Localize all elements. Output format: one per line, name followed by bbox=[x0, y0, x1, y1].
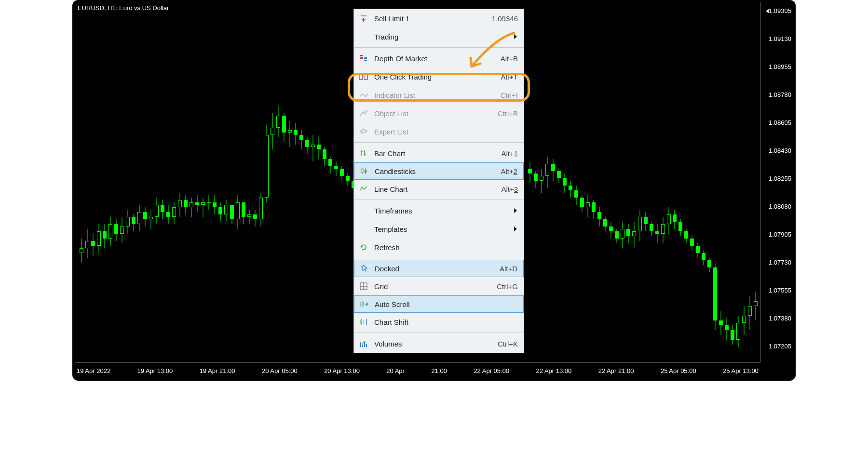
menu-trading[interactable]: Trading bbox=[354, 27, 524, 46]
depth-icon bbox=[358, 53, 369, 64]
svg-rect-3 bbox=[360, 57, 363, 59]
menu-label: Bar Chart bbox=[374, 149, 501, 158]
menu-shortcut: Alt+3 bbox=[501, 185, 518, 193]
menu-line-chart[interactable]: Line Chart Alt+3 bbox=[354, 180, 524, 198]
menu-shortcut: Alt+2 bbox=[501, 167, 517, 175]
chart-window: EURUSD, H1: Euro vs US Dollar 1.093051.0… bbox=[72, 0, 796, 381]
menu-label: Depth Of Market bbox=[374, 54, 501, 63]
menu-label: Refresh bbox=[374, 243, 518, 252]
menu-indicator-list[interactable]: Indicator List Ctrl+I bbox=[354, 86, 524, 104]
menu-label: Indicator List bbox=[374, 91, 501, 99]
svg-rect-13 bbox=[361, 169, 363, 173]
chart-title: EURUSD, H1: Euro vs US Dollar bbox=[78, 4, 169, 12]
menu-separator bbox=[354, 333, 524, 333]
menu-label: Templates bbox=[374, 225, 518, 233]
menu-value: 1.09346 bbox=[492, 14, 518, 23]
menu-expert-list[interactable]: Expert List bbox=[354, 122, 524, 141]
menu-separator bbox=[354, 142, 524, 143]
menu-label: Trading bbox=[374, 33, 518, 41]
bar-chart-icon bbox=[358, 147, 369, 159]
menu-label: Object List bbox=[374, 109, 498, 118]
line-chart-icon bbox=[358, 183, 369, 195]
menu-depth-of-market[interactable]: Depth Of Market Alt+B bbox=[354, 49, 524, 67]
svg-rect-2 bbox=[360, 55, 363, 56]
submenu-arrow-icon bbox=[514, 208, 517, 213]
submenu-arrow-icon bbox=[514, 226, 517, 231]
chart-context-menu: Sell Limit 1 1.09346 Trading Depth Of Ma… bbox=[353, 9, 524, 353]
one-click-icon bbox=[358, 71, 369, 82]
submenu-arrow-icon bbox=[514, 34, 517, 39]
chart-shift-icon bbox=[358, 316, 369, 328]
menu-label: Expert List bbox=[374, 128, 518, 136]
svg-rect-15 bbox=[365, 170, 366, 173]
sell-limit-icon bbox=[358, 13, 369, 24]
expert-icon bbox=[358, 126, 369, 137]
refresh-icon bbox=[358, 241, 369, 253]
menu-label: Chart Shift bbox=[374, 318, 518, 326]
svg-rect-4 bbox=[364, 57, 367, 59]
menu-label: Line Chart bbox=[374, 185, 501, 193]
menu-refresh[interactable]: Refresh bbox=[354, 238, 524, 256]
volumes-icon bbox=[358, 338, 369, 349]
menu-bar-chart[interactable]: Bar Chart Alt+1 bbox=[354, 144, 524, 162]
time-axis: 19 Apr 202219 Apr 13:0019 Apr 21:0020 Ap… bbox=[75, 362, 760, 378]
menu-label: Sell Limit 1 bbox=[374, 14, 492, 23]
menu-label: Grid bbox=[374, 282, 497, 291]
menu-one-click-trading[interactable]: One Click Trading Alt+T bbox=[354, 67, 524, 86]
grid-icon bbox=[358, 280, 369, 292]
indicator-icon bbox=[358, 89, 369, 101]
svg-rect-7 bbox=[364, 74, 367, 80]
menu-sell-limit[interactable]: Sell Limit 1 1.09346 bbox=[354, 9, 524, 27]
menu-shortcut: Alt+T bbox=[501, 73, 518, 81]
menu-auto-scroll[interactable]: Auto Scroll bbox=[354, 295, 524, 313]
menu-label: Timeframes bbox=[374, 207, 518, 215]
svg-rect-6 bbox=[359, 74, 363, 80]
menu-separator bbox=[354, 47, 524, 48]
object-icon bbox=[358, 107, 369, 119]
menu-volumes[interactable]: Volumes Ctrl+K bbox=[354, 334, 524, 353]
svg-rect-5 bbox=[364, 60, 367, 61]
menu-shortcut: Ctrl+B bbox=[498, 109, 518, 118]
menu-templates[interactable]: Templates bbox=[354, 220, 524, 238]
auto-scroll-icon bbox=[358, 298, 370, 310]
menu-chart-shift[interactable]: Chart Shift bbox=[354, 313, 524, 331]
price-axis: 1.093051.091301.089551.087801.086051.084… bbox=[760, 2, 793, 362]
menu-label: Docked bbox=[375, 265, 500, 273]
menu-shortcut: Alt+B bbox=[501, 54, 518, 63]
pin-icon bbox=[358, 263, 370, 274]
menu-shortcut: Ctrl+I bbox=[501, 91, 518, 99]
menu-candlesticks[interactable]: Candlesticks Alt+2 bbox=[354, 162, 524, 180]
menu-separator bbox=[354, 258, 524, 258]
menu-label: Volumes bbox=[374, 340, 498, 348]
menu-label: Auto Scroll bbox=[375, 300, 517, 308]
menu-shortcut: Alt+D bbox=[500, 265, 517, 273]
menu-shortcut: Ctrl+G bbox=[497, 282, 518, 291]
menu-object-list[interactable]: Object List Ctrl+B bbox=[354, 104, 524, 122]
menu-timeframes[interactable]: Timeframes bbox=[354, 201, 524, 220]
menu-label: Candlesticks bbox=[375, 167, 501, 175]
menu-separator bbox=[354, 200, 524, 200]
candlestick-icon bbox=[358, 165, 370, 177]
menu-docked[interactable]: Docked Alt+D bbox=[354, 260, 524, 277]
menu-shortcut: Ctrl+K bbox=[498, 340, 518, 348]
menu-grid[interactable]: Grid Ctrl+G bbox=[354, 277, 524, 295]
menu-label: One Click Trading bbox=[374, 73, 501, 81]
menu-shortcut: Alt+1 bbox=[501, 149, 518, 158]
